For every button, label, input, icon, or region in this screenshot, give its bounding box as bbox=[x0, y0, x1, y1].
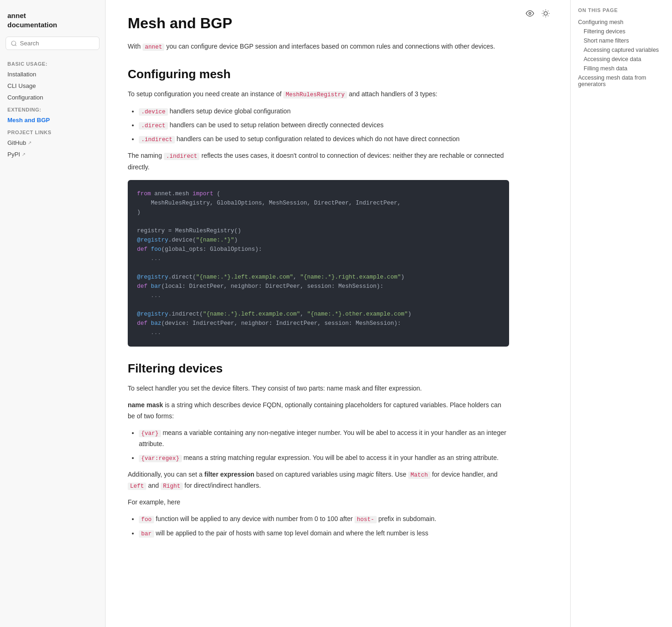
sidebar-item-mesh-bgp[interactable]: Mesh and BGP bbox=[0, 114, 105, 126]
sun-icon bbox=[541, 9, 550, 18]
sidebar: annet documentation BASIC USAGE: Install… bbox=[0, 0, 106, 627]
eye-icon-button[interactable] bbox=[524, 7, 536, 21]
bar-code: bar bbox=[139, 530, 154, 538]
list-item: .indirect handlers can be used to setup … bbox=[139, 134, 509, 145]
code-block-registry: from annet.mesh import ( MeshRulesRegist… bbox=[128, 180, 509, 347]
handlers-list: .device handlers setup device global con… bbox=[139, 106, 509, 145]
filtering-devices-p2: name mask is a string which describes de… bbox=[128, 400, 509, 422]
svg-line-6 bbox=[543, 11, 543, 11]
sidebar-item-github[interactable]: GitHub ↗ bbox=[0, 137, 105, 149]
sidebar-item-pypi[interactable]: PyPI ↗ bbox=[0, 149, 105, 160]
toc-item-accessing-mesh-data-from-generators[interactable]: Accessing mesh data from generators bbox=[578, 73, 665, 89]
foo-code: foo bbox=[139, 516, 154, 523]
list-item: {var} means a variable containing any no… bbox=[139, 428, 509, 450]
toc-item-accessing-device-data[interactable]: Accessing device data bbox=[578, 55, 665, 64]
list-item: foo function will be applied to any devi… bbox=[139, 514, 509, 525]
toc-item-filling-mesh-data[interactable]: Filling mesh data bbox=[578, 64, 665, 73]
list-item: .direct handlers can be used to setup re… bbox=[139, 120, 509, 131]
direct-code: .direct bbox=[139, 122, 168, 130]
right-code: Right bbox=[161, 483, 183, 490]
search-box[interactable] bbox=[6, 37, 100, 50]
content-area: Mesh and BGP With annet you can configur… bbox=[106, 0, 531, 627]
svg-line-10 bbox=[543, 16, 543, 16]
host-dash-code: host- bbox=[355, 516, 377, 523]
var-regex-code: {var:regex} bbox=[139, 455, 182, 462]
svg-point-2 bbox=[529, 12, 531, 15]
svg-point-3 bbox=[544, 12, 548, 15]
toc-item-accessing-captured-variables[interactable]: Accessing captured variables bbox=[578, 45, 665, 55]
toc-item-configuring-mesh[interactable]: Configuring mesh bbox=[578, 18, 665, 27]
filtering-devices-p3: Additionally, you can set a filter expre… bbox=[128, 469, 509, 492]
external-link-icon: ↗ bbox=[28, 140, 31, 145]
list-item: {var:regex} means a string matching regu… bbox=[139, 453, 509, 464]
configuring-mesh-heading: Configuring mesh bbox=[128, 67, 509, 81]
filtering-devices-p1: To select handler you set the device fil… bbox=[128, 383, 509, 394]
toc-title: ON THIS PAGE bbox=[578, 7, 665, 13]
example-list: foo function will be applied to any devi… bbox=[139, 514, 509, 539]
device-code: .device bbox=[139, 108, 168, 116]
match-code: Match bbox=[408, 472, 430, 479]
var-code: {var} bbox=[139, 430, 161, 437]
toc-item-filtering-devices[interactable]: Filtering devices bbox=[578, 27, 665, 36]
code-pre: from annet.mesh import ( MeshRulesRegist… bbox=[137, 189, 500, 337]
theme-toggle-button[interactable] bbox=[540, 7, 552, 21]
filter-expression-bold: filter expression bbox=[205, 471, 255, 478]
indirect-naming-code: .indirect bbox=[164, 153, 200, 160]
intro-paragraph: With annet you can configure device BGP … bbox=[128, 41, 509, 52]
toc-panel: ON THIS PAGE Configuring mesh Filtering … bbox=[570, 0, 672, 627]
site-logo: annet documentation bbox=[0, 7, 105, 37]
sidebar-item-configuration[interactable]: Configuration bbox=[0, 92, 105, 103]
left-code: Left bbox=[128, 483, 146, 490]
github-label: GitHub bbox=[7, 139, 26, 146]
search-icon bbox=[11, 40, 17, 47]
page-title: Mesh and BGP bbox=[128, 15, 509, 32]
list-item: .device handlers setup device global con… bbox=[139, 106, 509, 117]
svg-line-7 bbox=[548, 16, 548, 16]
placeholder-list: {var} means a variable containing any no… bbox=[139, 428, 509, 464]
project-links-label: PROJECT LINKS bbox=[0, 126, 105, 137]
top-icons-bar bbox=[524, 7, 552, 21]
eye-icon bbox=[526, 9, 534, 18]
basic-usage-label: BASIC USAGE: bbox=[0, 57, 105, 68]
svg-line-11 bbox=[548, 11, 548, 11]
name-mask-bold: name mask bbox=[128, 401, 163, 409]
filtering-devices-p4: For example, here bbox=[128, 497, 509, 508]
external-link-icon-2: ↗ bbox=[22, 152, 25, 157]
list-item: bar will be applied to the pair of hosts… bbox=[139, 528, 509, 539]
meshrules-code: MeshRulesRegistry bbox=[283, 91, 347, 99]
configuring-mesh-p2: The naming .indirect reflects the uses c… bbox=[128, 150, 509, 173]
svg-line-1 bbox=[15, 44, 17, 46]
sidebar-item-cli-usage[interactable]: CLI Usage bbox=[0, 80, 105, 92]
filtering-devices-heading: Filtering devices bbox=[128, 361, 509, 376]
indirect-code: .indirect bbox=[139, 136, 175, 143]
annet-code: annet bbox=[143, 43, 165, 51]
magic-italic: magic bbox=[357, 471, 374, 478]
search-input[interactable] bbox=[20, 40, 94, 47]
pypi-label: PyPI bbox=[7, 151, 20, 158]
sidebar-item-installation[interactable]: Installation bbox=[0, 68, 105, 80]
svg-point-0 bbox=[12, 41, 16, 45]
configuring-mesh-p1: To setup configuration you need create a… bbox=[128, 89, 509, 100]
extending-label: EXTENDING: bbox=[0, 103, 105, 114]
toc-item-short-name-filters[interactable]: Short name filters bbox=[578, 36, 665, 45]
